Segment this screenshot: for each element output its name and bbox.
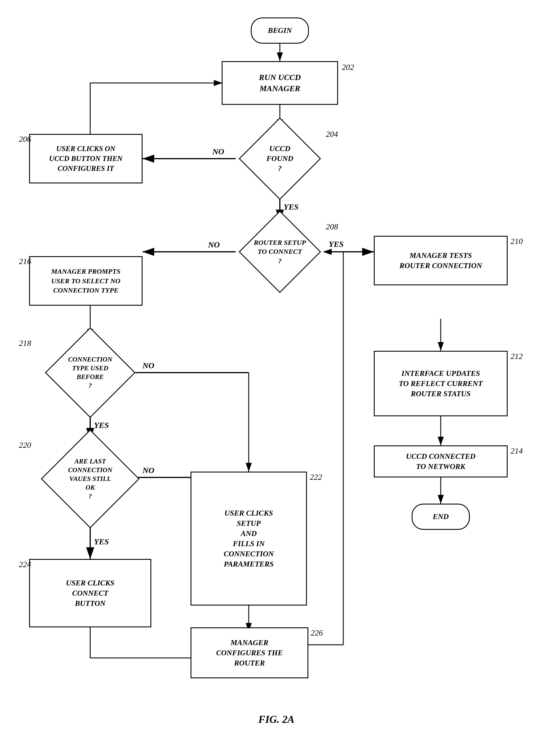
user-clicks-uccd: USER CLICKS ONUCCD BUTTON THENCONFIGURES… xyxy=(29,134,142,183)
begin-node: BEGIN xyxy=(251,18,309,44)
svg-text:YES: YES xyxy=(94,537,109,546)
label-204: 204 xyxy=(326,130,338,139)
manager-tests-router: MANAGER TESTSROUTER CONNECTION xyxy=(374,236,508,285)
uccd-found: UCCDFOUND? xyxy=(236,128,323,189)
last-connection-values: ARE LASTCONNECTIONVAUES STILLOK? xyxy=(47,440,134,518)
label-212: 212 xyxy=(510,352,523,361)
svg-text:NO: NO xyxy=(208,240,220,249)
manager-prompts: MANAGER PROMPTSUSER TO SELECT NOCONNECTI… xyxy=(29,256,142,306)
label-218: 218 xyxy=(19,339,31,348)
user-clicks-connect: USER CLICKSCONNECTBUTTON xyxy=(29,559,151,627)
label-214: 214 xyxy=(510,446,523,456)
label-210: 210 xyxy=(510,237,523,246)
label-220: 220 xyxy=(19,440,31,450)
user-clicks-setup: USER CLICKSSETUPANDFILLS INCONNECTIONPAR… xyxy=(190,472,307,606)
connection-type-used: CONNECTIONTYPE USEDBEFORE? xyxy=(47,338,134,408)
manager-configures: MANAGERCONFIGURES THEROUTER xyxy=(190,627,309,678)
label-222: 222 xyxy=(310,472,322,482)
label-224: 224 xyxy=(19,560,31,569)
svg-text:NO: NO xyxy=(212,147,224,156)
end-node: END xyxy=(411,504,470,530)
router-setup: ROUTER SETUPTO CONNECT? xyxy=(236,221,323,282)
diagram-container: NO YES YES NO YES NO xyxy=(0,0,560,747)
label-202: 202 xyxy=(342,62,354,72)
label-208: 208 xyxy=(326,222,338,231)
label-226: 226 xyxy=(311,628,323,638)
label-206: 206 xyxy=(19,134,31,144)
uccd-connected: UCCD CONNECTEDTO NETWORK xyxy=(374,445,508,478)
svg-text:YES: YES xyxy=(94,421,109,430)
svg-text:NO: NO xyxy=(142,361,154,370)
svg-text:NO: NO xyxy=(142,466,154,475)
run-uccd-manager: RUN UCCDMANAGER xyxy=(222,61,338,105)
interface-updates: INTERFACE UPDATESTO REFLECT CURRENTROUTE… xyxy=(374,351,508,416)
label-216: 216 xyxy=(19,257,31,266)
fig-label: FIG. 2A xyxy=(233,713,320,725)
svg-text:YES: YES xyxy=(329,239,344,249)
svg-text:YES: YES xyxy=(284,202,298,211)
